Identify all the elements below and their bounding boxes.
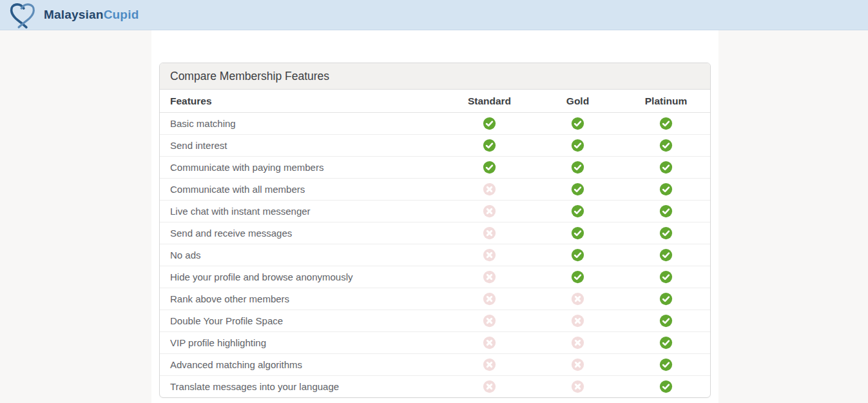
tier-cell	[445, 376, 534, 398]
check-icon	[659, 248, 673, 262]
tier-cell	[445, 310, 534, 332]
table-row: Advanced matching algorithms	[160, 354, 710, 376]
check-icon	[571, 182, 584, 196]
feature-name: Translate messages into your language	[160, 376, 445, 398]
cross-icon	[483, 204, 496, 218]
check-icon	[483, 117, 496, 130]
tier-cell	[622, 179, 710, 201]
cross-icon	[483, 314, 496, 328]
tier-cell	[445, 244, 534, 266]
brand-name-secondary: Cupid	[104, 8, 139, 21]
tier-cell	[534, 310, 622, 332]
brand-name: MalaysianCupid	[44, 8, 139, 22]
check-icon	[659, 161, 673, 174]
tier-column-header-gold: Gold	[534, 90, 622, 113]
table-row: Communicate with paying members	[160, 157, 710, 179]
check-icon	[659, 314, 673, 328]
tier-cell	[622, 222, 710, 244]
check-icon	[659, 204, 673, 218]
tier-cell	[445, 354, 534, 376]
tier-cell	[534, 244, 622, 266]
tier-cell	[534, 113, 622, 135]
table-row: Send and receive messages	[160, 222, 710, 244]
tier-cell	[622, 354, 710, 376]
feature-name: Hide your profile and browse anonymously	[160, 266, 445, 288]
table-row: Hide your profile and browse anonymously	[160, 266, 710, 288]
feature-name: Advanced matching algorithms	[160, 354, 445, 376]
cross-icon	[571, 380, 584, 393]
cross-icon	[483, 226, 496, 240]
check-icon	[659, 182, 673, 196]
brand-logo[interactable]: MalaysianCupid	[8, 1, 139, 29]
cross-icon	[571, 358, 584, 371]
tier-cell	[534, 135, 622, 157]
check-icon	[571, 270, 584, 284]
cross-icon	[571, 292, 584, 306]
cross-icon	[483, 292, 496, 306]
check-icon	[571, 204, 584, 218]
feature-name: Send interest	[160, 135, 445, 157]
tier-cell	[445, 288, 534, 310]
table-header-row: Features Standard Gold Platinum	[160, 90, 710, 113]
check-icon	[483, 139, 496, 152]
check-icon	[659, 270, 673, 284]
tier-cell	[534, 354, 622, 376]
cross-icon	[483, 182, 496, 196]
feature-name: No ads	[160, 244, 445, 266]
tier-cell	[622, 201, 710, 222]
check-icon	[659, 358, 673, 371]
check-icon	[659, 380, 673, 393]
tier-cell	[534, 222, 622, 244]
tier-cell	[445, 135, 534, 157]
check-icon	[571, 117, 584, 130]
tier-cell	[445, 266, 534, 288]
card-title: Compare Membership Features	[160, 63, 710, 90]
table-row: No ads	[160, 244, 710, 266]
check-icon	[571, 226, 584, 240]
feature-name: Rank above other members	[160, 288, 445, 310]
table-row: Communicate with all members	[160, 179, 710, 201]
cross-icon	[571, 336, 584, 349]
tier-cell	[534, 266, 622, 288]
tier-cell	[622, 157, 710, 179]
check-icon	[659, 117, 673, 130]
tier-cell	[534, 179, 622, 201]
tier-cell	[445, 332, 534, 354]
feature-name: Communicate with all members	[160, 179, 445, 201]
tier-cell	[445, 179, 534, 201]
table-row: Live chat with instant messenger	[160, 201, 710, 222]
content-column: Compare Membership Features Features Sta…	[151, 30, 719, 403]
tier-cell	[534, 288, 622, 310]
features-column-header: Features	[160, 90, 445, 113]
tier-cell	[445, 113, 534, 135]
check-icon	[483, 161, 496, 174]
table-row: Basic matching	[160, 113, 710, 135]
table-row: VIP profile highlighting	[160, 332, 710, 354]
check-icon	[659, 292, 673, 306]
tier-cell	[445, 157, 534, 179]
tier-cell	[534, 332, 622, 354]
tier-cell	[534, 201, 622, 222]
membership-comparison-card: Compare Membership Features Features Sta…	[159, 63, 711, 398]
tier-column-header-platinum: Platinum	[622, 90, 710, 113]
cross-icon	[483, 336, 496, 349]
cross-icon	[571, 314, 584, 328]
tier-cell	[622, 113, 710, 135]
top-header-bar: MalaysianCupid	[0, 0, 868, 30]
cross-icon	[483, 248, 496, 262]
tier-cell	[534, 157, 622, 179]
check-icon	[571, 139, 584, 152]
check-icon	[571, 161, 584, 174]
table-row: Rank above other members	[160, 288, 710, 310]
tier-cell	[534, 376, 622, 398]
tier-cell	[622, 288, 710, 310]
feature-table-body: Basic matching Send interest Communicate…	[160, 113, 710, 398]
feature-name: Live chat with instant messenger	[160, 201, 445, 222]
feature-name: Double Your Profile Space	[160, 310, 445, 332]
cross-icon	[483, 270, 496, 284]
feature-name: Communicate with paying members	[160, 157, 445, 179]
heart-logo-icon	[8, 2, 37, 29]
check-icon	[659, 226, 673, 240]
feature-name: Basic matching	[160, 113, 445, 135]
tier-cell	[622, 376, 710, 398]
